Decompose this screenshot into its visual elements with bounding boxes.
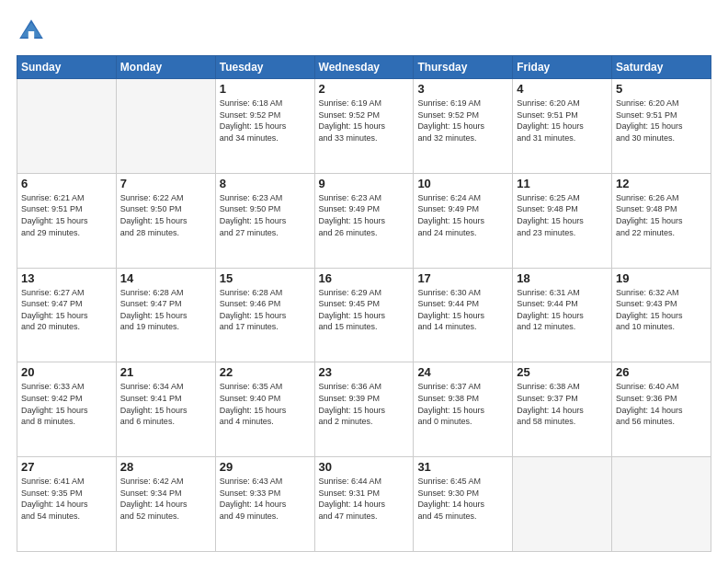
day-info: Sunrise: 6:35 AMSunset: 9:40 PMDaylight:… (220, 381, 311, 427)
day-info: Sunrise: 6:34 AMSunset: 9:41 PMDaylight:… (120, 381, 211, 427)
logo (17, 17, 50, 46)
calendar-cell (612, 457, 711, 552)
day-number: 17 (417, 271, 508, 285)
weekday-header-saturday: Saturday (612, 56, 711, 79)
day-number: 29 (220, 460, 311, 474)
day-number: 14 (120, 271, 211, 285)
day-info: Sunrise: 6:21 AMSunset: 9:51 PMDaylight:… (21, 192, 112, 238)
day-number: 26 (616, 365, 707, 379)
day-info: Sunrise: 6:18 AMSunset: 9:52 PMDaylight:… (220, 98, 311, 144)
day-number: 16 (319, 271, 410, 285)
day-number: 5 (616, 82, 707, 96)
calendar-cell: 9Sunrise: 6:23 AMSunset: 9:49 PMDaylight… (314, 173, 414, 268)
week-row-5: 27Sunrise: 6:41 AMSunset: 9:35 PMDayligh… (17, 457, 711, 552)
day-info: Sunrise: 6:45 AMSunset: 9:30 PMDaylight:… (417, 476, 508, 522)
svg-rect-2 (28, 31, 34, 39)
day-number: 19 (616, 271, 707, 285)
week-row-3: 13Sunrise: 6:27 AMSunset: 9:47 PMDayligh… (17, 268, 711, 362)
day-number: 21 (120, 365, 211, 379)
calendar-cell: 20Sunrise: 6:33 AMSunset: 9:42 PMDayligh… (17, 362, 117, 457)
calendar-cell: 22Sunrise: 6:35 AMSunset: 9:40 PMDayligh… (215, 362, 314, 457)
day-info: Sunrise: 6:33 AMSunset: 9:42 PMDaylight:… (21, 381, 112, 427)
calendar-cell: 23Sunrise: 6:36 AMSunset: 9:39 PMDayligh… (314, 362, 414, 457)
day-info: Sunrise: 6:37 AMSunset: 9:38 PMDaylight:… (417, 381, 508, 427)
calendar-cell: 25Sunrise: 6:38 AMSunset: 9:37 PMDayligh… (513, 362, 612, 457)
week-row-4: 20Sunrise: 6:33 AMSunset: 9:42 PMDayligh… (17, 362, 711, 457)
day-number: 2 (319, 82, 410, 96)
calendar-cell: 30Sunrise: 6:44 AMSunset: 9:31 PMDayligh… (314, 457, 414, 552)
day-number: 11 (517, 177, 608, 190)
day-number: 28 (120, 460, 211, 474)
day-number: 12 (616, 177, 707, 190)
calendar-cell: 12Sunrise: 6:26 AMSunset: 9:48 PMDayligh… (612, 173, 711, 268)
calendar-cell: 13Sunrise: 6:27 AMSunset: 9:47 PMDayligh… (17, 268, 117, 362)
calendar-cell: 14Sunrise: 6:28 AMSunset: 9:47 PMDayligh… (116, 268, 215, 362)
day-number: 9 (319, 177, 410, 190)
day-info: Sunrise: 6:29 AMSunset: 9:45 PMDaylight:… (319, 287, 410, 333)
day-number: 23 (319, 365, 410, 379)
calendar-cell: 29Sunrise: 6:43 AMSunset: 9:33 PMDayligh… (215, 457, 314, 552)
day-number: 25 (517, 365, 608, 379)
day-number: 7 (120, 177, 211, 190)
day-info: Sunrise: 6:26 AMSunset: 9:48 PMDaylight:… (616, 192, 707, 238)
day-number: 10 (417, 177, 508, 190)
day-number: 18 (517, 271, 608, 285)
calendar-cell: 3Sunrise: 6:19 AMSunset: 9:52 PMDaylight… (414, 79, 513, 174)
day-info: Sunrise: 6:32 AMSunset: 9:43 PMDaylight:… (616, 287, 707, 333)
weekday-header-sunday: Sunday (17, 56, 117, 79)
weekday-header-friday: Friday (513, 56, 612, 79)
calendar-cell: 15Sunrise: 6:28 AMSunset: 9:46 PMDayligh… (215, 268, 314, 362)
calendar-cell: 7Sunrise: 6:22 AMSunset: 9:50 PMDaylight… (116, 173, 215, 268)
calendar-cell: 21Sunrise: 6:34 AMSunset: 9:41 PMDayligh… (116, 362, 215, 457)
calendar-cell: 1Sunrise: 6:18 AMSunset: 9:52 PMDaylight… (215, 79, 314, 174)
weekday-header-monday: Monday (116, 56, 215, 79)
day-info: Sunrise: 6:25 AMSunset: 9:48 PMDaylight:… (517, 192, 608, 238)
day-info: Sunrise: 6:43 AMSunset: 9:33 PMDaylight:… (220, 476, 311, 522)
logo-icon (17, 17, 46, 46)
calendar-cell: 8Sunrise: 6:23 AMSunset: 9:50 PMDaylight… (215, 173, 314, 268)
calendar-cell: 11Sunrise: 6:25 AMSunset: 9:48 PMDayligh… (513, 173, 612, 268)
day-number: 3 (417, 82, 508, 96)
day-number: 31 (417, 460, 508, 474)
weekday-header-tuesday: Tuesday (215, 56, 314, 79)
day-info: Sunrise: 6:20 AMSunset: 9:51 PMDaylight:… (517, 98, 608, 144)
day-number: 8 (220, 177, 311, 190)
calendar: SundayMondayTuesdayWednesdayThursdayFrid… (17, 55, 711, 552)
day-number: 30 (319, 460, 410, 474)
calendar-cell: 19Sunrise: 6:32 AMSunset: 9:43 PMDayligh… (612, 268, 711, 362)
calendar-cell: 31Sunrise: 6:45 AMSunset: 9:30 PMDayligh… (414, 457, 513, 552)
day-info: Sunrise: 6:23 AMSunset: 9:50 PMDaylight:… (220, 192, 311, 238)
calendar-cell: 16Sunrise: 6:29 AMSunset: 9:45 PMDayligh… (314, 268, 414, 362)
week-row-1: 1Sunrise: 6:18 AMSunset: 9:52 PMDaylight… (17, 79, 711, 174)
day-number: 1 (220, 82, 311, 96)
day-info: Sunrise: 6:19 AMSunset: 9:52 PMDaylight:… (417, 98, 508, 144)
calendar-cell: 28Sunrise: 6:42 AMSunset: 9:34 PMDayligh… (116, 457, 215, 552)
day-number: 4 (517, 82, 608, 96)
day-info: Sunrise: 6:27 AMSunset: 9:47 PMDaylight:… (21, 287, 112, 333)
calendar-cell: 17Sunrise: 6:30 AMSunset: 9:44 PMDayligh… (414, 268, 513, 362)
day-info: Sunrise: 6:41 AMSunset: 9:35 PMDaylight:… (21, 476, 112, 522)
day-info: Sunrise: 6:31 AMSunset: 9:44 PMDaylight:… (517, 287, 608, 333)
day-number: 15 (220, 271, 311, 285)
day-number: 24 (417, 365, 508, 379)
day-info: Sunrise: 6:19 AMSunset: 9:52 PMDaylight:… (319, 98, 410, 144)
calendar-cell: 5Sunrise: 6:20 AMSunset: 9:51 PMDaylight… (612, 79, 711, 174)
calendar-cell: 26Sunrise: 6:40 AMSunset: 9:36 PMDayligh… (612, 362, 711, 457)
calendar-cell: 2Sunrise: 6:19 AMSunset: 9:52 PMDaylight… (314, 79, 414, 174)
weekday-header-row: SundayMondayTuesdayWednesdayThursdayFrid… (17, 56, 711, 79)
calendar-cell: 18Sunrise: 6:31 AMSunset: 9:44 PMDayligh… (513, 268, 612, 362)
day-info: Sunrise: 6:28 AMSunset: 9:47 PMDaylight:… (120, 287, 211, 333)
header (17, 17, 711, 46)
day-info: Sunrise: 6:40 AMSunset: 9:36 PMDaylight:… (616, 381, 707, 427)
day-number: 22 (220, 365, 311, 379)
day-info: Sunrise: 6:22 AMSunset: 9:50 PMDaylight:… (120, 192, 211, 238)
day-info: Sunrise: 6:42 AMSunset: 9:34 PMDaylight:… (120, 476, 211, 522)
calendar-cell (513, 457, 612, 552)
calendar-cell (116, 79, 215, 174)
weekday-header-wednesday: Wednesday (314, 56, 414, 79)
day-info: Sunrise: 6:20 AMSunset: 9:51 PMDaylight:… (616, 98, 707, 144)
day-info: Sunrise: 6:23 AMSunset: 9:49 PMDaylight:… (319, 192, 410, 238)
calendar-cell: 4Sunrise: 6:20 AMSunset: 9:51 PMDaylight… (513, 79, 612, 174)
calendar-cell: 10Sunrise: 6:24 AMSunset: 9:49 PMDayligh… (414, 173, 513, 268)
page: SundayMondayTuesdayWednesdayThursdayFrid… (0, 0, 728, 563)
